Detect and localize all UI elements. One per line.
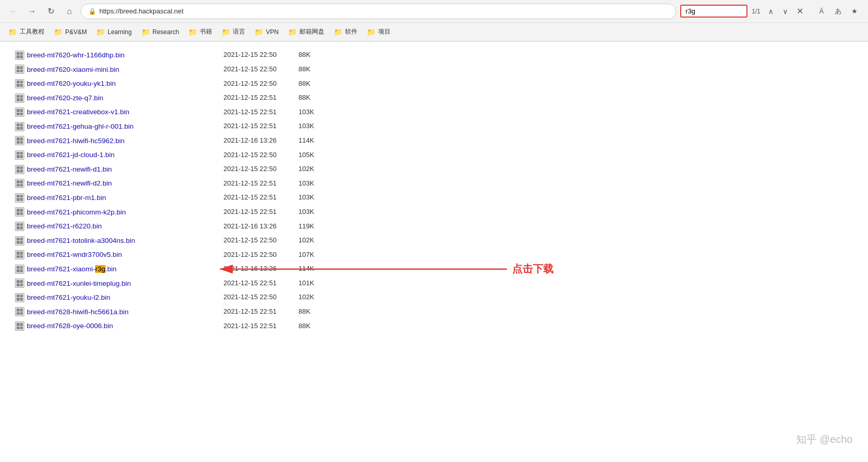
file-link[interactable]: breed-mt7620-whr-1166dhp.bin bbox=[27, 50, 213, 61]
find-close-button[interactable]: ✕ bbox=[794, 5, 806, 18]
file-link[interactable]: breed-mt7620-zte-q7.bin bbox=[27, 93, 213, 104]
file-icon bbox=[12, 94, 27, 103]
file-size: 101K bbox=[298, 278, 324, 289]
forward-icon: → bbox=[28, 7, 36, 16]
table-row: breed-mt7621-newifi-d1.bin2021-12-15 22:… bbox=[12, 162, 856, 177]
reload-icon: ↻ bbox=[48, 6, 54, 16]
table-row: breed-mt7628-oye-0006.bin2021-12-15 22:5… bbox=[12, 319, 856, 333]
bookmarks-bar: 📁 工具教程 📁 P&V&M 📁 Learning 📁 Research 📁 书… bbox=[0, 23, 868, 41]
folder-icon: 📁 bbox=[188, 28, 197, 36]
file-size: 103K bbox=[298, 121, 324, 132]
file-link[interactable]: breed-mt7621-wndr3700v5.bin bbox=[27, 249, 213, 260]
bookmark-pvm[interactable]: 📁 P&V&M bbox=[50, 26, 91, 38]
table-row: breed-mt7620-zte-q7.bin2021-12-15 22:518… bbox=[12, 91, 856, 105]
bookmark-tools[interactable]: 📁 工具教程 bbox=[4, 25, 49, 38]
back-button[interactable]: ← bbox=[6, 4, 21, 19]
file-link[interactable]: breed-mt7621-totolink-a3004ns.bin bbox=[27, 235, 213, 247]
file-list: breed-mt7620-whr-1166dhp.bin2021-12-15 2… bbox=[12, 48, 856, 333]
file-date: 2021-12-15 22:50 bbox=[223, 164, 298, 175]
bookmark-research[interactable]: 📁 Research bbox=[137, 26, 183, 38]
forward-button[interactable]: → bbox=[25, 4, 39, 19]
file-size: 105K bbox=[298, 150, 324, 161]
find-prev-button[interactable]: ∧ bbox=[765, 5, 777, 18]
file-size: 114K bbox=[298, 135, 324, 146]
table-row: breed-mt7621-jd-cloud-1.bin2021-12-15 22… bbox=[12, 148, 856, 162]
find-input[interactable] bbox=[680, 5, 747, 18]
table-row: breed-mt7621-gehua-ghl-r-001.bin2021-12-… bbox=[12, 119, 856, 134]
file-size: 114K bbox=[298, 264, 324, 274]
immersive-reader-button[interactable]: あ bbox=[831, 4, 845, 19]
file-icon bbox=[12, 307, 27, 316]
file-icon bbox=[12, 179, 27, 188]
file-date: 2021-12-15 22:51 bbox=[223, 321, 298, 332]
table-row: breed-mt7620-youku-yk1.bin2021-12-15 22:… bbox=[12, 76, 856, 91]
folder-icon: 📁 bbox=[288, 28, 297, 36]
read-aloud-icon: Ä bbox=[819, 7, 824, 15]
bookmark-label: 书籍 bbox=[200, 27, 212, 36]
address-bar: 🔒 https://breed.hackpascal.net bbox=[81, 4, 676, 19]
file-size: 102K bbox=[298, 292, 324, 303]
file-link[interactable]: breed-mt7621-gehua-ghl-r-001.bin bbox=[27, 121, 213, 132]
file-link[interactable]: breed-mt7621-creativebox-v1.bin bbox=[27, 106, 213, 118]
file-link[interactable]: breed-mt7621-r6220.bin bbox=[27, 221, 213, 232]
bookmark-email[interactable]: 📁 邮箱网盘 bbox=[284, 25, 328, 38]
url-text: https://breed.hackpascal.net bbox=[99, 7, 184, 15]
file-link[interactable]: breed-mt7621-newifi-d2.bin bbox=[27, 178, 213, 189]
page-content: breed-mt7620-whr-1166dhp.bin2021-12-15 2… bbox=[0, 42, 868, 455]
file-date: 2021-12-16 13:26 bbox=[223, 135, 298, 146]
file-size: 103K bbox=[298, 207, 324, 218]
file-link[interactable]: breed-mt7621-xiaomi-r3g.bin bbox=[27, 264, 213, 275]
folder-icon: 📁 bbox=[8, 28, 17, 36]
find-count: 1/1 bbox=[752, 8, 760, 15]
file-size: 107K bbox=[298, 250, 324, 260]
file-icon bbox=[12, 65, 27, 74]
table-row: breed-mt7621-r6220.bin2021-12-16 13:2611… bbox=[12, 219, 856, 234]
bookmark-learning[interactable]: 📁 Learning bbox=[92, 26, 136, 38]
file-link[interactable]: breed-mt7621-xunlei-timeplug.bin bbox=[27, 278, 213, 289]
table-row: breed-mt7620-whr-1166dhp.bin2021-12-15 2… bbox=[12, 48, 856, 63]
folder-icon: 📁 bbox=[221, 28, 230, 36]
read-aloud-button[interactable]: Ä bbox=[814, 4, 829, 19]
file-link[interactable]: breed-mt7621-jd-cloud-1.bin bbox=[27, 149, 213, 161]
bookmark-label: 项目 bbox=[378, 27, 391, 36]
bookmark-project[interactable]: 📁 项目 bbox=[363, 25, 395, 38]
file-icon bbox=[12, 293, 27, 302]
table-row: breed-mt7628-hiwifi-hc5661a.bin2021-12-1… bbox=[12, 305, 856, 319]
file-icon bbox=[12, 222, 27, 231]
file-link[interactable]: breed-mt7620-youku-yk1.bin bbox=[27, 78, 213, 89]
file-link[interactable]: breed-mt7628-oye-0006.bin bbox=[27, 320, 213, 332]
file-icon bbox=[12, 79, 27, 88]
file-link[interactable]: breed-mt7621-phicomm-k2p.bin bbox=[27, 207, 213, 218]
bookmark-vpn[interactable]: 📁 VPN bbox=[250, 26, 283, 38]
file-link[interactable]: breed-mt7621-newifi-d1.bin bbox=[27, 164, 213, 175]
table-row: breed-mt7621-hiwifi-hc5962.bin2021-12-16… bbox=[12, 134, 856, 148]
file-icon bbox=[12, 250, 27, 259]
bookmark-label: 工具教程 bbox=[20, 27, 44, 36]
home-button[interactable]: ⌂ bbox=[62, 4, 77, 19]
file-date: 2021-12-15 22:50 bbox=[223, 250, 298, 260]
file-link[interactable]: breed-mt7621-pbr-m1.bin bbox=[27, 192, 213, 204]
file-date: 2021-12-15 22:50 bbox=[223, 235, 298, 246]
file-date: 2021-12-15 22:51 bbox=[223, 93, 298, 103]
reload-button[interactable]: ↻ bbox=[43, 4, 58, 19]
file-link[interactable]: breed-mt7621-hiwifi-hc5962.bin bbox=[27, 135, 213, 147]
file-date: 2021-12-15 22:51 bbox=[223, 192, 298, 203]
find-close-icon: ✕ bbox=[797, 6, 803, 16]
table-row: breed-mt7621-creativebox-v1.bin2021-12-1… bbox=[12, 105, 856, 119]
file-size: 119K bbox=[298, 221, 324, 232]
bookmark-software[interactable]: 📁 软件 bbox=[330, 25, 362, 38]
find-next-button[interactable]: ∨ bbox=[779, 5, 791, 18]
bookmark-books[interactable]: 📁 书籍 bbox=[184, 25, 216, 38]
file-date: 2021-12-15 22:51 bbox=[223, 278, 298, 289]
file-link[interactable]: breed-mt7620-xiaomi-mini.bin bbox=[27, 64, 213, 75]
favorites-button[interactable]: ★ bbox=[847, 4, 862, 19]
file-date: 2021-12-15 22:50 bbox=[223, 64, 298, 75]
table-row: breed-mt7621-pbr-m1.bin2021-12-15 22:511… bbox=[12, 191, 856, 205]
file-link[interactable]: breed-mt7621-youku-l2.bin bbox=[27, 292, 213, 303]
table-row: breed-mt7620-xiaomi-mini.bin2021-12-15 2… bbox=[12, 63, 856, 77]
home-icon: ⌂ bbox=[67, 7, 72, 16]
file-link[interactable]: breed-mt7628-hiwifi-hc5661a.bin bbox=[27, 306, 213, 318]
right-tools: Ä あ ★ bbox=[814, 4, 862, 19]
bookmark-language[interactable]: 📁 语言 bbox=[217, 25, 249, 38]
file-size: 103K bbox=[298, 192, 324, 203]
